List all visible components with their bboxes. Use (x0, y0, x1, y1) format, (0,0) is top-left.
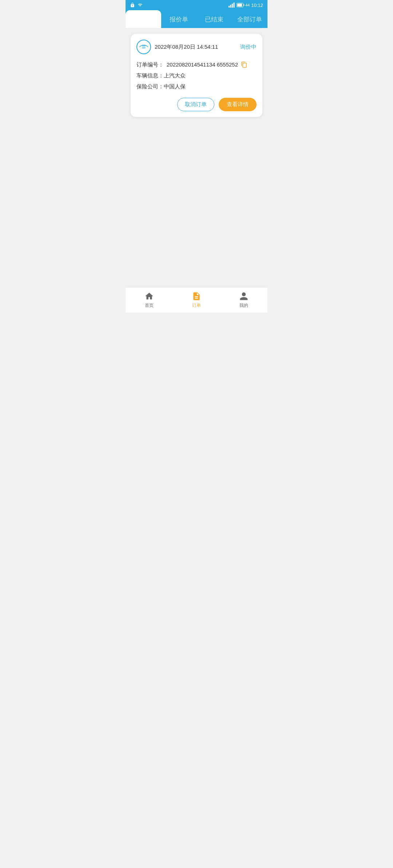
vehicle-value: 上汽大众 (164, 72, 186, 79)
nav-home[interactable]: 首页 (126, 292, 173, 309)
cancel-order-button[interactable]: 取消订单 (177, 98, 214, 111)
brand-logo-icon: ≡ (136, 40, 151, 54)
svg-rect-2 (232, 4, 233, 8)
tab-ended[interactable]: 已结束 (196, 10, 232, 28)
copy-icon[interactable] (241, 61, 247, 68)
insurance-row: 保险公司：中国人保 (136, 81, 257, 92)
vehicle-label: 车辆信息： (136, 72, 164, 79)
order-number-row: 订单编号：2022082014541134 6555252 (136, 59, 257, 70)
bottom-nav: 首页 订单 我的 (126, 287, 267, 313)
view-detail-button[interactable]: 查看详情 (219, 98, 257, 111)
order-datetime: 2022年08月20日 14:54:11 (155, 44, 218, 51)
tab-all[interactable]: 全部订单 (232, 10, 268, 28)
wifi-icon (137, 3, 143, 7)
vehicle-row: 车辆信息：上汽大众 (136, 70, 257, 81)
time-display: 10:12 (251, 3, 263, 8)
nav-profile-label: 我的 (239, 302, 248, 309)
nav-order[interactable]: 订单 (173, 292, 220, 309)
signal-icon (229, 3, 235, 8)
status-left-icons (130, 3, 143, 8)
nav-order-label: 订单 (192, 302, 201, 309)
tab-quote[interactable]: 报价单 (161, 10, 197, 28)
battery-icon: 44 (237, 3, 250, 7)
status-right-info: 44 10:12 (229, 3, 263, 8)
svg-text:≡: ≡ (142, 43, 146, 51)
svg-rect-3 (234, 3, 235, 8)
lock-icon (130, 3, 135, 8)
card-header-left: ≡ 2022年08月20日 14:54:11 (136, 40, 218, 54)
profile-icon (239, 292, 249, 301)
order-status: 询价中 (240, 44, 257, 51)
card-body: 订单编号：2022082014541134 6555252 车辆信息：上汽大众 … (136, 59, 257, 92)
order-number-value: 2022082014541134 6555252 (167, 59, 238, 70)
insurance-value: 中国人保 (164, 83, 186, 89)
svg-rect-0 (229, 6, 230, 8)
nav-home-label: 首页 (145, 302, 154, 309)
insurance-label: 保险公司： (136, 83, 164, 89)
main-content: ≡ 2022年08月20日 14:54:11 询价中 订单编号：20220820… (126, 28, 267, 287)
svg-rect-1 (230, 5, 231, 8)
tab-header: 询价单 报价单 已结束 全部订单 (126, 10, 267, 28)
card-header: ≡ 2022年08月20日 14:54:11 询价中 (136, 40, 257, 54)
home-icon (144, 292, 154, 301)
status-bar: 44 10:12 (126, 0, 267, 10)
card-actions: 取消订单 查看详情 (136, 98, 257, 111)
order-icon (192, 292, 201, 301)
order-number-label: 订单编号： (136, 59, 164, 70)
nav-profile[interactable]: 我的 (220, 292, 267, 309)
svg-rect-5 (237, 4, 242, 7)
tab-inquiry[interactable]: 询价单 (126, 10, 161, 28)
order-card: ≡ 2022年08月20日 14:54:11 询价中 订单编号：20220820… (131, 34, 262, 117)
